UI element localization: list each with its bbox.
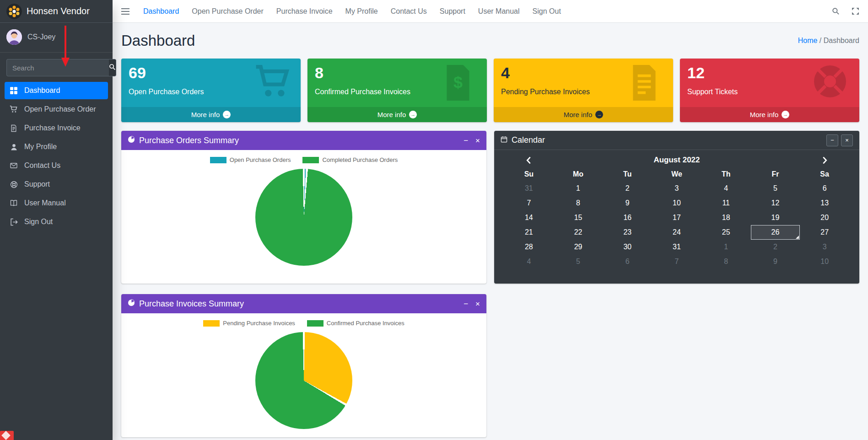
topnav-purchase-invoice[interactable]: Purchase Invoice xyxy=(270,0,339,23)
topnav-dashboard[interactable]: Dashboard xyxy=(137,0,185,23)
topnav-sign-out[interactable]: Sign Out xyxy=(526,0,567,23)
calendar-day[interactable]: 30 xyxy=(603,240,652,254)
calendar-day[interactable]: 8 xyxy=(554,196,603,210)
calendar-day[interactable]: 31 xyxy=(652,240,701,254)
sidebar-item-sign-out[interactable]: Sign Out xyxy=(5,213,108,231)
calendar-day[interactable]: 31 xyxy=(504,181,554,196)
content-header: Dashboard Home / Dashboard xyxy=(121,32,859,49)
collapse-button[interactable]: − xyxy=(464,300,468,308)
calendar-day[interactable]: 19 xyxy=(751,210,800,225)
calendar-day[interactable]: 3 xyxy=(800,240,849,254)
topnav-user-manual[interactable]: User Manual xyxy=(472,0,526,23)
topnav-support[interactable]: Support xyxy=(433,0,472,23)
calendar-day[interactable]: 3 xyxy=(652,181,701,196)
book-icon xyxy=(9,199,18,207)
calendar-day[interactable]: 10 xyxy=(800,254,849,269)
topnav-my-profile[interactable]: My Profile xyxy=(339,0,384,23)
user-name[interactable]: CS-Joey xyxy=(27,33,55,41)
calendar-body: August 2022 SuMoTuWeThFrSa31123456789101… xyxy=(494,150,859,272)
calendar-day[interactable]: 7 xyxy=(504,196,554,210)
fullscreen-expand-icon[interactable] xyxy=(852,7,859,15)
topnav-contact-us[interactable]: Contact Us xyxy=(384,0,433,23)
calendar-day[interactable]: 5 xyxy=(751,181,800,196)
calendar-day[interactable]: 28 xyxy=(504,240,554,254)
close-button[interactable]: × xyxy=(475,300,480,308)
calendar-icon xyxy=(501,136,507,145)
calendar-day[interactable]: 20 xyxy=(800,210,849,225)
search-button[interactable] xyxy=(109,59,116,76)
life-ring-icon xyxy=(9,180,18,188)
calendar-day-header: Th xyxy=(701,167,751,181)
infobox-more-info-link[interactable]: More info → xyxy=(121,107,301,122)
calendar-day[interactable]: 15 xyxy=(554,210,603,225)
breadcrumb-home-link[interactable]: Home xyxy=(798,37,818,44)
calendar-day[interactable]: 13 xyxy=(800,196,849,210)
top-navbar: Dashboard Open Purchase Order Purchase I… xyxy=(113,0,868,23)
collapse-button[interactable]: − xyxy=(464,137,468,145)
calendar-day[interactable]: 8 xyxy=(701,254,751,269)
sidebar-item-label: Open Purchase Order xyxy=(24,105,96,113)
sidebar-item-label: Sign Out xyxy=(24,218,53,226)
infobox-more-info-link[interactable]: More info → xyxy=(494,107,673,122)
legend-swatch xyxy=(203,320,220,327)
card-header: Purchase Orders Summary − × xyxy=(121,131,486,150)
calendar-next-icon[interactable] xyxy=(800,156,849,164)
calendar-day[interactable]: 17 xyxy=(652,210,701,225)
calendar-day[interactable]: 23 xyxy=(603,225,652,240)
infobox-more-info-link[interactable]: More info → xyxy=(680,107,859,122)
infobox-support-tickets: 12 Support Tickets More info → xyxy=(680,59,859,122)
calendar-day[interactable]: 18 xyxy=(701,210,751,225)
calendar-day[interactable]: 6 xyxy=(603,254,652,269)
hamburger-menu-icon[interactable] xyxy=(121,8,137,15)
calendar-day[interactable]: 5 xyxy=(554,254,603,269)
navbar-search-icon[interactable] xyxy=(832,7,840,15)
topnav-open-purchase-order[interactable]: Open Purchase Order xyxy=(185,0,270,23)
calendar-day[interactable]: 10 xyxy=(652,196,701,210)
user-panel[interactable]: CS-Joey xyxy=(0,23,113,53)
calendar-day-selected[interactable]: 26 xyxy=(751,225,800,240)
brand[interactable]: Honsen Vendor xyxy=(0,0,113,23)
calendar-day[interactable]: 21 xyxy=(504,225,554,240)
calendar-prev-icon[interactable] xyxy=(504,156,554,164)
sidebar-item-label: Contact Us xyxy=(24,161,60,170)
calendar-day[interactable]: 2 xyxy=(603,181,652,196)
sidebar-item-label: Support xyxy=(24,180,50,188)
search-input[interactable] xyxy=(6,59,109,76)
calendar-day[interactable]: 7 xyxy=(652,254,701,269)
sidebar-item-dashboard[interactable]: Dashboard xyxy=(5,82,108,99)
close-button[interactable]: × xyxy=(841,134,853,146)
sidebar-item-support[interactable]: Support xyxy=(5,176,108,193)
calendar-day[interactable]: 12 xyxy=(751,196,800,210)
calendar-day[interactable]: 22 xyxy=(554,225,603,240)
calendar-day[interactable]: 24 xyxy=(652,225,701,240)
calendar-day[interactable]: 25 xyxy=(701,225,751,240)
calendar-day[interactable]: 16 xyxy=(603,210,652,225)
calendar-day-header: Tu xyxy=(603,167,652,181)
sidebar-item-my-profile[interactable]: My Profile xyxy=(5,138,108,156)
calendar-day[interactable]: 9 xyxy=(751,254,800,269)
calendar-day[interactable]: 6 xyxy=(800,181,849,196)
calendar-day[interactable]: 4 xyxy=(504,254,554,269)
sidebar-item-contact-us[interactable]: Contact Us xyxy=(5,157,108,174)
close-button[interactable]: × xyxy=(475,137,480,145)
sidebar-item-purchase-invoice[interactable]: Purchase Invoice xyxy=(5,119,108,137)
calendar-day[interactable]: 9 xyxy=(603,196,652,210)
calendar-day[interactable]: 29 xyxy=(554,240,603,254)
calendar-day[interactable]: 14 xyxy=(504,210,554,225)
sidebar: Honsen Vendor CS-Joey Dashboard xyxy=(0,0,113,440)
calendar-day[interactable]: 4 xyxy=(701,181,751,196)
calendar-grid: SuMoTuWeThFrSa31123456789101112131415161… xyxy=(504,167,849,269)
calendar-day[interactable]: 2 xyxy=(751,240,800,254)
infobox-more-info-link[interactable]: More info → xyxy=(307,107,487,122)
collapse-button[interactable]: − xyxy=(826,134,838,146)
calendar-day[interactable]: 1 xyxy=(701,240,751,254)
calendar-day[interactable]: 1 xyxy=(554,181,603,196)
sidebar-menu: Dashboard Open Purchase Order Purchase I… xyxy=(0,82,113,231)
calendar-day[interactable]: 27 xyxy=(800,225,849,240)
corner-thumbnail-icon[interactable] xyxy=(0,431,14,440)
sidebar-item-user-manual[interactable]: User Manual xyxy=(5,194,108,212)
sidebar-item-open-purchase-order[interactable]: Open Purchase Order xyxy=(5,101,108,118)
calendar-day-header: Sa xyxy=(800,167,849,181)
card-body: Open Purchase Orders Completed Purchase … xyxy=(121,156,486,266)
calendar-day[interactable]: 11 xyxy=(701,196,751,210)
